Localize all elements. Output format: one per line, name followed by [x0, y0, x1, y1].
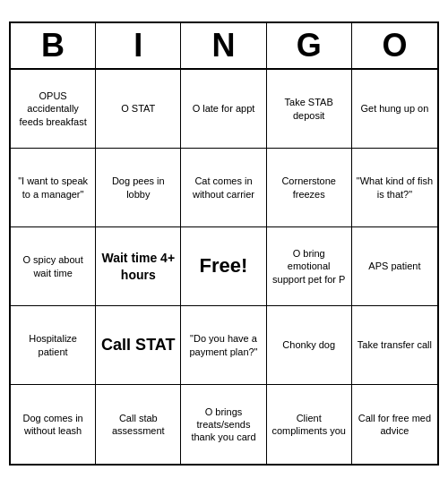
bingo-cell-21[interactable]: Call stab assessment: [96, 385, 181, 464]
header-letter-g: G: [267, 23, 352, 68]
bingo-card: BINGO OPUS accidentally feeds breakfastO…: [9, 21, 439, 466]
header-letter-o: O: [352, 23, 437, 68]
bingo-header: BINGO: [11, 23, 437, 70]
bingo-cell-1[interactable]: O STAT: [96, 70, 181, 149]
bingo-cell-2[interactable]: O late for appt: [181, 70, 266, 149]
bingo-cell-15[interactable]: Hospitalize patient: [11, 306, 96, 385]
bingo-cell-12[interactable]: Free!: [181, 227, 266, 306]
bingo-cell-17[interactable]: "Do you have a payment plan?": [181, 306, 266, 385]
bingo-cell-20[interactable]: Dog comes in without leash: [11, 385, 96, 464]
bingo-cell-14[interactable]: APS patient: [352, 227, 437, 306]
bingo-cell-16[interactable]: Call STAT: [96, 306, 181, 385]
bingo-cell-7[interactable]: Cat comes in without carrier: [181, 149, 266, 227]
header-letter-i: I: [96, 23, 181, 68]
bingo-cell-10[interactable]: O spicy about wait time: [11, 227, 96, 306]
header-letter-b: B: [11, 23, 96, 68]
header-letter-n: N: [181, 23, 266, 68]
bingo-cell-18[interactable]: Chonky dog: [267, 306, 352, 385]
bingo-cell-5[interactable]: "I want to speak to a manager": [11, 149, 96, 227]
bingo-cell-3[interactable]: Take STAB deposit: [267, 70, 352, 149]
bingo-cell-22[interactable]: O brings treats/sends thank you card: [181, 385, 266, 464]
bingo-cell-6[interactable]: Dog pees in lobby: [96, 149, 181, 227]
bingo-cell-19[interactable]: Take transfer call: [352, 306, 437, 385]
bingo-cell-11[interactable]: Wait time 4+ hours: [96, 227, 181, 306]
bingo-cell-9[interactable]: "What kind of fish is that?": [352, 149, 437, 227]
bingo-cell-4[interactable]: Get hung up on: [352, 70, 437, 149]
bingo-cell-24[interactable]: Call for free med advice: [352, 385, 437, 464]
bingo-cell-8[interactable]: Cornerstone freezes: [267, 149, 352, 227]
bingo-cell-13[interactable]: O bring emotional support pet for P: [267, 227, 352, 306]
bingo-cell-23[interactable]: Client compliments you: [267, 385, 352, 464]
bingo-cell-0[interactable]: OPUS accidentally feeds breakfast: [11, 70, 96, 149]
bingo-grid: OPUS accidentally feeds breakfastO STATO…: [11, 70, 437, 464]
